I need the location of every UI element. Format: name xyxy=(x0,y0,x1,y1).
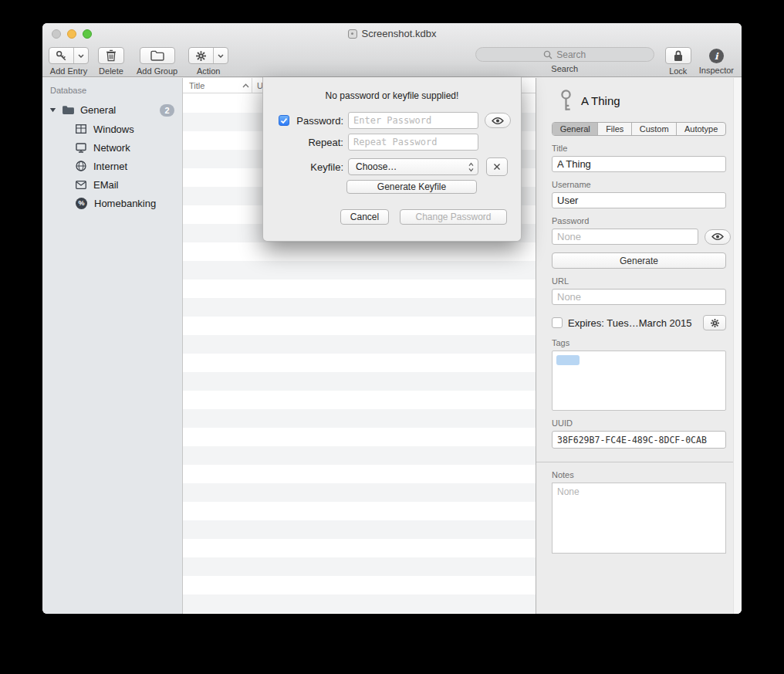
inspector-tool: i Inspector xyxy=(699,47,734,75)
add-entry-button[interactable] xyxy=(49,47,89,64)
expires-row: Expires: Tues…March 2015 xyxy=(552,315,726,330)
action-tool: Action xyxy=(188,47,228,76)
action-label: Action xyxy=(197,66,221,76)
action-button[interactable] xyxy=(188,47,228,64)
generate-keyfile-button[interactable]: Generate Keyfile xyxy=(346,180,477,194)
action-dropdown[interactable] xyxy=(213,48,228,63)
password-field[interactable] xyxy=(552,229,698,245)
username-field[interactable] xyxy=(552,192,726,208)
envelope-icon xyxy=(76,181,86,189)
trash-icon xyxy=(106,49,117,62)
sidebar-item-label: Windows xyxy=(93,124,134,135)
tag-chip[interactable] xyxy=(556,355,580,365)
search-icon xyxy=(543,50,553,59)
sidebar-item-email[interactable]: EMail xyxy=(42,175,182,194)
change-password-button[interactable]: Change Password xyxy=(400,209,507,225)
folder-icon xyxy=(62,105,75,115)
search-caption: Search xyxy=(551,64,578,73)
search-tool: Search Search xyxy=(475,47,654,73)
username-field-label: Username xyxy=(552,180,726,189)
disclosure-triangle-icon xyxy=(49,107,56,113)
password-checkbox-slot xyxy=(279,115,292,126)
sidebar-item-label: Network xyxy=(93,142,130,154)
tab-general[interactable]: General xyxy=(553,123,598,135)
window-title: Screenshot.kdbx xyxy=(362,28,437,39)
inspector-entry-header: A Thing xyxy=(559,89,726,112)
tab-files[interactable]: Files xyxy=(598,123,632,135)
sidebar-group-label: General xyxy=(80,104,116,116)
dialog-repeat-input[interactable] xyxy=(348,134,478,151)
dialog-keyfile-label: Keyfile: xyxy=(292,161,343,173)
dialog-show-password-button[interactable] xyxy=(485,113,511,128)
gear-icon xyxy=(710,318,720,328)
sidebar-group-general[interactable]: General 2 xyxy=(42,100,182,120)
dialog-password-input[interactable] xyxy=(348,112,478,129)
show-password-button[interactable] xyxy=(705,229,731,245)
sidebar-item-windows[interactable]: Windows xyxy=(42,120,182,138)
dialog-password-label: Password: xyxy=(292,115,343,127)
delete-label: Delete xyxy=(99,66,123,76)
monitor-icon xyxy=(76,143,86,153)
expires-checkbox[interactable] xyxy=(552,317,563,328)
sidebar-item-homebanking[interactable]: % Homebanking xyxy=(42,194,182,212)
chevron-down-icon xyxy=(218,54,224,58)
title-field[interactable] xyxy=(552,156,726,172)
keyfile-popup-button[interactable]: Choose… xyxy=(348,158,478,175)
uuid-label: UUID xyxy=(552,418,726,428)
sidebar-item-label: EMail xyxy=(93,179,119,191)
column-header-title[interactable]: Title xyxy=(183,78,252,93)
notes-field[interactable] xyxy=(552,483,726,554)
lock-button[interactable] xyxy=(665,47,691,64)
document-icon xyxy=(348,29,357,39)
entry-title: A Thing xyxy=(581,94,620,107)
cancel-button[interactable]: Cancel xyxy=(340,209,389,225)
inspector-divider xyxy=(536,462,742,462)
add-entry-tool: Add Entry xyxy=(49,47,89,76)
sheet-message: No password or keyfile supplied! xyxy=(263,90,521,101)
search-placeholder-text: Search xyxy=(556,49,586,60)
add-group-label: Add Group xyxy=(137,66,177,76)
inspector-button[interactable]: i xyxy=(709,49,724,63)
close-x-icon xyxy=(493,163,501,171)
globe-icon xyxy=(76,161,86,171)
inspector-label: Inspector xyxy=(699,66,734,75)
eye-icon xyxy=(711,232,724,241)
password-sheet-dialog: No password or keyfile supplied! Passwor… xyxy=(262,77,522,242)
percent-icon: % xyxy=(76,198,87,209)
add-entry-dropdown[interactable] xyxy=(73,48,88,63)
expires-settings-button[interactable] xyxy=(703,315,726,330)
inspector-scrollbar[interactable] xyxy=(733,78,742,614)
window-chrome: Screenshot.kdbx Add Entry xyxy=(42,23,742,77)
delete-tool: Delete xyxy=(98,47,124,76)
add-group-button[interactable] xyxy=(140,47,175,64)
password-row xyxy=(552,229,726,245)
info-icon: i xyxy=(715,51,718,62)
dialog-repeat-label: Repeat: xyxy=(292,137,343,148)
lock-icon xyxy=(674,50,683,62)
inspector-panel: A Thing General Files Custom Autotype Ti… xyxy=(536,78,742,614)
clear-keyfile-button[interactable] xyxy=(486,157,508,176)
titlebar[interactable]: Screenshot.kdbx xyxy=(42,23,742,44)
window-title-wrap: Screenshot.kdbx xyxy=(42,23,742,44)
tags-field[interactable] xyxy=(552,351,726,411)
tags-label: Tags xyxy=(552,338,726,347)
tab-custom[interactable]: Custom xyxy=(632,123,677,135)
delete-button[interactable] xyxy=(98,47,124,64)
generate-button[interactable]: Generate xyxy=(552,252,726,269)
windows-icon xyxy=(76,124,86,134)
folder-icon xyxy=(150,50,164,61)
sidebar-item-internet[interactable]: Internet xyxy=(42,157,182,175)
dialog-repeat-row: Repeat: xyxy=(279,133,478,151)
sidebar-item-label: Homebanking xyxy=(94,198,156,209)
tab-autotype[interactable]: Autotype xyxy=(677,123,725,135)
search-input[interactable]: Search xyxy=(475,47,654,62)
url-field-label: URL xyxy=(552,276,726,286)
key-icon xyxy=(559,89,573,112)
sidebar-header: Database xyxy=(42,83,182,100)
uuid-field[interactable] xyxy=(552,431,726,449)
keyfile-popup-value: Choose… xyxy=(356,161,397,172)
password-checkbox[interactable] xyxy=(279,115,289,126)
check-icon xyxy=(280,117,288,124)
sidebar-item-network[interactable]: Network xyxy=(42,138,182,157)
url-field[interactable] xyxy=(552,289,726,305)
